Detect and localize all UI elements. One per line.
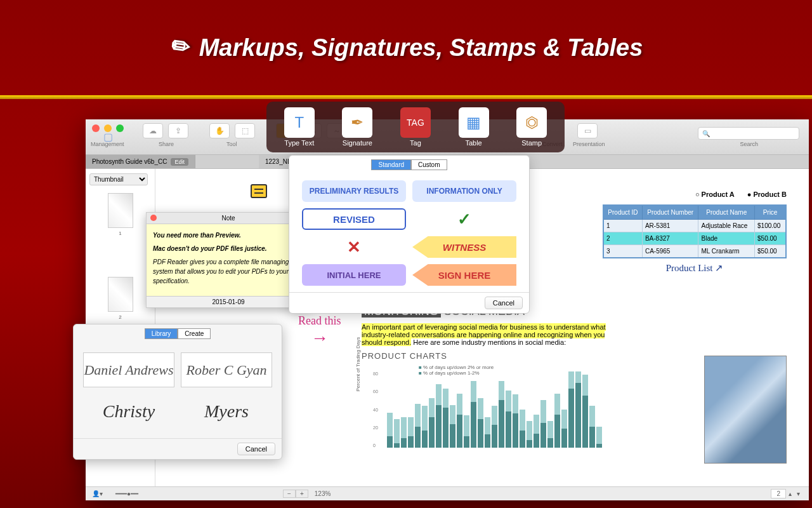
bar [478,398,483,448]
page-thumbnail-1[interactable] [108,193,133,228]
table-icon: ▦ [459,107,489,138]
stamp-preliminary[interactable]: PRELIMINARY RESULTS [302,180,406,202]
search-input[interactable]: 🔍 [698,127,799,140]
search-icon: 🔍 [702,130,710,137]
hero-title-text: Markups, Signatures, Stamps & Tables [199,34,643,62]
cloud-button[interactable]: ☁ [143,123,163,138]
note-date: 2015-01-09 [147,296,310,307]
seg-create[interactable]: Create [178,328,211,339]
export-button[interactable]: ⇪ [168,123,188,138]
product-table-widget: ○ Product A ● Product B Product ID Produ… [603,190,787,274]
product-chart: Percent of Trading Days % of days up/dow… [362,363,615,455]
bar [485,417,490,448]
thumb-num-2: 2 [89,314,151,320]
arrow-icon: → [311,328,329,347]
seg-custom[interactable]: Custom [411,159,447,170]
feature-table[interactable]: ▦Table [459,107,489,147]
product-table[interactable]: Product ID Product Number Product Name P… [603,204,787,258]
page-number[interactable]: 2 [771,489,786,498]
bar [540,400,546,448]
table-row: 3CA-5965ML Crankarm$50.00 [603,245,786,258]
table-row: 1AR-5381Adjustable Race$100.00 [603,220,786,232]
handwritten-read-this: Read this → [298,314,341,348]
user-icon[interactable]: 👤▾ [92,490,103,497]
bar [415,404,421,448]
presentation-button[interactable]: ▭ [577,123,598,138]
note-popup: Note You need more than Preview. Mac doe… [146,212,311,308]
building-image [704,356,787,464]
note-line-3: PDF Reader gives you a complete file man… [153,257,304,286]
bar [499,381,504,448]
note-header: Note [147,213,310,224]
radio-product-b[interactable]: ● Product B [747,190,787,198]
signature-3[interactable]: Christy [83,394,174,429]
page-down[interactable]: ▾ [794,490,802,497]
bar [408,417,414,448]
bar [575,371,581,448]
signature-1[interactable]: Daniel Andrews [83,352,174,387]
chart-heading: PRODUCT CHARTS [362,351,622,361]
signature-panel: Library Create Daniel Andrews Rober C Gy… [73,324,282,460]
feature-tag[interactable]: TAGTag [400,107,431,147]
stamp-revised[interactable]: REVISED [302,208,406,230]
sticky-note-icon[interactable] [251,184,267,198]
stamp-segmented-control: Standard Custom [289,156,529,174]
feature-type-text[interactable]: TType Text [284,107,315,147]
stamp-cancel-button[interactable]: Cancel [485,297,523,309]
hero-banner: ✎ Markups, Signatures, Stamps & Tables [0,0,812,95]
feature-highlight-bar: TType Text ✒Signature TAGTag ▦Table ⏣Sta… [266,102,565,152]
th-name: Product Name [698,205,755,220]
seg-standard[interactable]: Standard [371,159,411,170]
bar [534,415,539,448]
bar [429,398,435,448]
page-up[interactable]: ▴ [786,490,794,497]
bar [596,427,602,448]
signature-2[interactable]: Rober C Gyan [181,352,272,387]
hand-tool-button[interactable]: ✋ [209,123,230,138]
note-title: Note [221,215,235,222]
document-content: MONITORING SOCIAL MEDIA An important par… [362,305,622,455]
bar [450,405,455,448]
tool-label: Tool [226,141,237,147]
th-price: Price [755,205,786,220]
th-id: Product ID [603,205,642,220]
bar [471,381,476,448]
zoom-out[interactable]: − [283,490,296,498]
table-row: 2BA-8327Blade$50.00 [603,232,786,245]
stamp-initial-here[interactable]: INITIAL HERE [302,264,406,286]
th-number: Product Number [642,205,698,220]
signature-4[interactable]: Myers [181,394,272,429]
y-ticks: 020406080 [373,371,378,448]
zoom-in[interactable]: + [296,490,308,498]
gold-divider [0,95,812,99]
stamp-x-mark[interactable]: ✕ [302,236,406,258]
bar [457,394,462,448]
bar [520,410,525,448]
sig-cancel-button[interactable]: Cancel [237,443,275,455]
feature-stamp[interactable]: ⏣Stamp [516,107,547,147]
management-label: Management [91,141,124,147]
select-tool-button[interactable]: ⬚ [235,123,255,138]
bar [394,419,400,448]
feature-signature[interactable]: ✒Signature [342,107,372,147]
bar [513,394,518,448]
seg-library[interactable]: Library [145,328,178,339]
stamp-information-only[interactable]: INFORMATION ONLY [412,180,516,202]
view-mode-select[interactable]: Thumbnail [89,173,148,185]
bar [547,421,553,448]
tab-photosynth[interactable]: Photosynth Guide v6b_CC Edit [86,155,195,168]
radio-product-a[interactable]: ○ Product A [695,190,735,198]
tab-label: 1223_NL [265,158,291,165]
note-close-button[interactable] [150,215,157,221]
bar [401,417,407,448]
bar [568,371,574,448]
page-thumbnail-2[interactable] [108,277,133,312]
note-line-2: Mac doesn't do your PDF files justice. [153,244,304,253]
presentation-label: Presentation [573,141,605,147]
stamp-checkmark[interactable]: ✓ [412,208,516,230]
note-body[interactable]: You need more than Preview. Mac doesn't … [147,224,310,296]
handwritten-caption: Product List ↗ [603,262,787,274]
edit-badge: Edit [171,158,188,166]
stamp-sign-here[interactable]: SIGN HERE [412,264,516,286]
stamp-witness[interactable]: WITNESS [412,236,516,258]
